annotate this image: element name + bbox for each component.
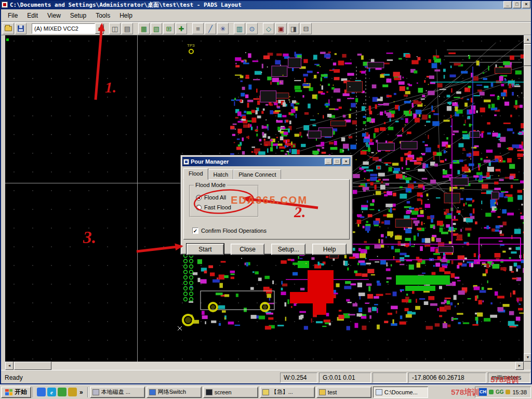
task-urgent[interactable]: 【急】... xyxy=(260,387,315,398)
quick-launch: e » xyxy=(35,388,86,396)
dialog-tabs: Flood Hatch Plane Connect xyxy=(183,168,350,179)
workspace: ▲ ▼ ◄ ► Pour Manager _ □ × Flood Hatch P… xyxy=(0,35,532,370)
drafting-toolbar-icon[interactable]: ✚ xyxy=(176,23,187,34)
scroll-left-icon[interactable]: ◄ xyxy=(5,362,14,370)
close-dialog-button[interactable]: Close xyxy=(231,244,265,255)
tab-hatch[interactable]: Hatch xyxy=(208,169,234,179)
ecn-icon[interactable]: ▥ xyxy=(234,23,245,34)
scroll-up-icon[interactable]: ▲ xyxy=(524,35,532,44)
dialog-icon xyxy=(183,159,189,165)
vertical-scrollbar[interactable]: ▲ ▼ xyxy=(524,35,532,362)
task-c-docume[interactable]: C:\Docume... xyxy=(373,387,428,398)
folder-icon xyxy=(319,389,326,395)
menu-view[interactable]: View xyxy=(43,10,65,21)
horizontal-scrollbar[interactable]: ◄ ► xyxy=(5,362,524,370)
help-button[interactable]: Help xyxy=(312,244,347,255)
internet-explorer-icon[interactable]: e xyxy=(47,388,56,396)
confirm-flood-checkbox[interactable]: ✓ xyxy=(192,228,198,234)
network-icon xyxy=(149,389,156,395)
menu-edit[interactable]: Edit xyxy=(22,10,43,21)
status-spare xyxy=(373,373,407,383)
dialog-minimize-button[interactable]: _ xyxy=(325,158,332,165)
dialog-close-button[interactable]: × xyxy=(342,158,350,165)
menu-file[interactable]: File xyxy=(3,10,22,21)
task-local-disk[interactable]: 本地磁盘 ... xyxy=(90,387,145,398)
status-units: millimeters xyxy=(488,373,530,383)
toolbar-separator xyxy=(230,23,233,34)
start-button-taskbar[interactable]: 开始 xyxy=(1,387,31,398)
board-outline-icon[interactable]: ◇ xyxy=(263,23,274,34)
setup-button[interactable]: Setup... xyxy=(271,244,305,255)
scroll-right-icon[interactable]: ► xyxy=(515,362,524,370)
dialog-maximize-button[interactable]: □ xyxy=(334,158,341,165)
layer-combo-value[interactable]: (A) MIXED VCC2 xyxy=(32,23,95,34)
desktop-icon[interactable] xyxy=(68,388,77,396)
menu-tools[interactable]: Tools xyxy=(91,10,115,21)
windows-flag-icon xyxy=(5,389,12,395)
flood-tab-panel: Flood Mode Flood All Fast Flood ✓ Confir… xyxy=(183,179,350,240)
taskbar-separator xyxy=(33,387,34,397)
quick-launch-overflow-icon[interactable]: » xyxy=(78,389,84,396)
maximize-button[interactable]: □ xyxy=(513,1,521,8)
task-network-switch[interactable]: 网络Switch xyxy=(147,387,202,398)
save-button[interactable] xyxy=(15,23,26,34)
clock[interactable]: 15:38 xyxy=(512,389,527,395)
disk-icon xyxy=(92,389,99,395)
menu-help[interactable]: Help xyxy=(115,10,137,21)
tray-antivirus-icon[interactable] xyxy=(489,390,494,394)
text-icon[interactable]: ▣ xyxy=(275,23,287,34)
dimension-icon[interactable]: ✳ xyxy=(217,23,229,34)
zoom-icon[interactable]: ⊙ xyxy=(246,23,258,34)
toolbar-separator xyxy=(259,23,262,34)
minimize-button[interactable]: _ xyxy=(503,1,512,8)
tab-plane-connect[interactable]: Plane Connect xyxy=(233,169,281,179)
start-button[interactable]: Start xyxy=(187,244,224,255)
fast-flood-radio[interactable] xyxy=(196,205,202,210)
dialog-title: Pour Manager xyxy=(191,158,323,165)
mail-icon xyxy=(262,389,269,395)
menu-setup[interactable]: Setup xyxy=(65,10,91,21)
ole-icon[interactable]: ◨ xyxy=(288,23,299,34)
pour-manager-dialog: Pour Manager _ □ × Flood Hatch Plane Con… xyxy=(180,155,353,255)
status-bar: Ready W:0.254 G:0.01 0.01 -17.8006 60.26… xyxy=(0,370,532,384)
vscroll-thumb[interactable] xyxy=(524,44,532,66)
scroll-down-icon[interactable]: ▼ xyxy=(524,353,532,362)
hscroll-thumb[interactable] xyxy=(14,362,51,370)
tray-gg-icon[interactable]: GG xyxy=(496,389,504,395)
scrollbar-corner xyxy=(524,362,532,370)
flood-all-label: Flood All xyxy=(204,194,226,201)
nets-icon[interactable]: ◫ xyxy=(109,23,121,34)
layer-combo[interactable]: (A) MIXED VCC2 ▼ xyxy=(32,23,104,34)
status-coordinates: -17.8006 60.26718 xyxy=(408,373,486,383)
task-screen[interactable]: screen xyxy=(203,387,258,398)
layers-icon[interactable]: ▤ xyxy=(122,23,133,34)
pour-manager-icon[interactable]: ⊞ xyxy=(163,23,175,34)
messenger-icon[interactable] xyxy=(58,388,66,396)
document-icon xyxy=(376,389,382,395)
tray-volume-icon[interactable] xyxy=(506,390,510,394)
flood-all-radio[interactable] xyxy=(196,195,202,201)
window-title: C:\Documents and Settings\Administrator\… xyxy=(10,1,501,9)
media-player-icon[interactable] xyxy=(37,388,46,396)
tab-flood[interactable]: Flood xyxy=(183,168,208,180)
combo-dropdown-icon[interactable]: ▼ xyxy=(95,23,104,34)
route-icon[interactable]: ╱ xyxy=(205,23,216,34)
list-icon[interactable]: ≡ xyxy=(192,23,204,34)
close-button[interactable]: × xyxy=(522,1,530,8)
open-file-button[interactable] xyxy=(3,23,14,34)
system-tray: CH GG 15:38 xyxy=(475,387,531,398)
fast-flood-option[interactable]: Fast Flood xyxy=(196,204,231,210)
hatch-toolbar-icon[interactable]: ▧ xyxy=(151,23,162,34)
language-indicator[interactable]: CH xyxy=(479,388,487,396)
flood-all-option[interactable]: Flood All xyxy=(196,194,226,201)
options-icon[interactable]: ⊟ xyxy=(300,23,312,34)
fast-flood-label: Fast Flood xyxy=(204,204,231,210)
main-toolbar: (A) MIXED VCC2 ▼ ◫ ▤ ▦ ▧ ⊞ ✚ ≡ ╱ ✳ ▥ ⊙ ◇… xyxy=(0,22,532,35)
dialog-title-bar[interactable]: Pour Manager _ □ × xyxy=(182,157,351,166)
confirm-flood-option[interactable]: ✓ Confirm Flood Operations xyxy=(192,228,267,234)
design-toolbar-icon[interactable]: ▦ xyxy=(138,23,150,34)
window-controls: _ □ × xyxy=(503,1,530,8)
flood-mode-group: Flood Mode Flood All Fast Flood xyxy=(189,185,259,217)
task-test-folder[interactable]: test xyxy=(316,387,371,398)
dialog-buttons: Start Close Setup... Help xyxy=(182,244,351,255)
